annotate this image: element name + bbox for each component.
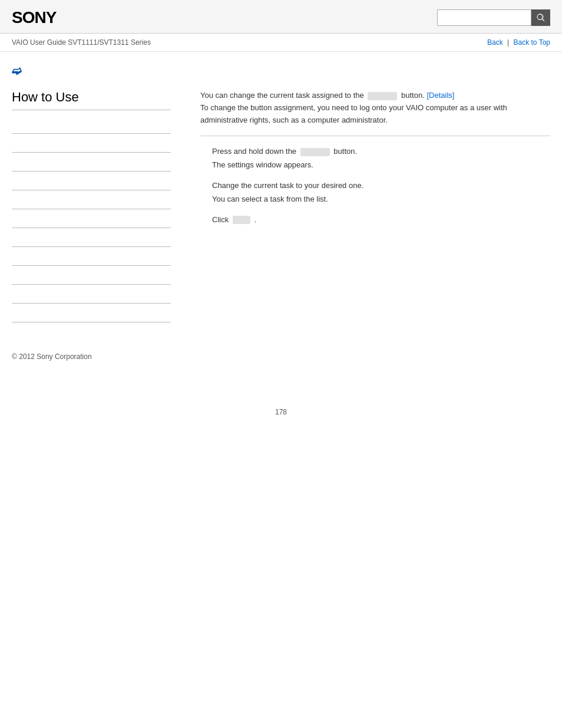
breadcrumb: VAIO User Guide SVT1111/SVT1311 Series xyxy=(12,38,151,47)
search-input[interactable] xyxy=(437,9,531,26)
main-content: How to Use You can change the current ta… xyxy=(0,84,562,334)
details-link[interactable]: [Details] xyxy=(427,91,454,100)
sidebar-nav-item[interactable] xyxy=(12,285,171,304)
intro-text-2: button. xyxy=(401,91,425,100)
search-area xyxy=(437,9,550,26)
sidebar-nav-item[interactable] xyxy=(12,304,171,322)
search-button[interactable] xyxy=(531,9,550,26)
content-intro: You can change the current task assigned… xyxy=(200,90,550,126)
step-1: Press and hold down the button. The sett… xyxy=(200,146,550,172)
search-icon xyxy=(536,13,546,22)
back-to-top-link[interactable]: Back to Top xyxy=(514,38,550,47)
step-2: Change the current task to your desired … xyxy=(200,180,550,206)
nav-bar: VAIO User Guide SVT1111/SVT1311 Series B… xyxy=(0,34,562,52)
sidebar-nav-item[interactable] xyxy=(12,247,171,266)
intro-text-3: To change the button assignment, you nee… xyxy=(200,103,507,124)
sidebar-nav-item[interactable] xyxy=(12,190,171,209)
step1-line2: The settings window appears. xyxy=(212,159,550,172)
sidebar-nav-item[interactable] xyxy=(12,209,171,228)
sidebar-nav-item[interactable] xyxy=(12,115,171,134)
sony-logo: SONY xyxy=(12,8,56,27)
nav-links: Back | Back to Top xyxy=(487,38,550,47)
step2-line1: Change the current task to your desired … xyxy=(212,180,550,192)
step-3: Click . xyxy=(200,214,550,226)
page-footer: © 2012 Sony Corporation xyxy=(0,334,562,373)
sidebar-nav-item[interactable] xyxy=(12,228,171,247)
step3-click: Click xyxy=(212,215,229,224)
sidebar-nav-item[interactable] xyxy=(12,172,171,190)
sidebar: How to Use xyxy=(12,90,183,322)
sidebar-nav-item[interactable] xyxy=(12,134,171,153)
sidebar-nav-item[interactable] xyxy=(12,266,171,285)
nav-separator: | xyxy=(507,38,509,47)
page-header: SONY xyxy=(0,0,562,34)
copyright-text: © 2012 Sony Corporation xyxy=(12,353,92,361)
step1-line1-suffix: button. xyxy=(333,147,357,156)
button-image-placeholder xyxy=(368,92,397,100)
step3-ok-placeholder xyxy=(233,216,250,224)
step3-period: . xyxy=(254,215,256,224)
page-number: 178 xyxy=(0,396,562,428)
step2-line2: You can select a task from the list. xyxy=(212,193,550,206)
steps-area: Press and hold down the button. The sett… xyxy=(200,136,550,226)
back-link[interactable]: Back xyxy=(487,38,503,47)
chevron-icon: ➫ xyxy=(12,64,22,77)
sidebar-title: How to Use xyxy=(12,90,171,110)
chevron-area: ➫ xyxy=(0,52,562,84)
content-area: You can change the current task assigned… xyxy=(183,90,550,322)
step1-line1: Press and hold down the xyxy=(212,147,296,156)
step1-button-placeholder xyxy=(300,148,330,156)
intro-text-1: You can change the current task assigned… xyxy=(200,91,364,100)
sidebar-nav-item[interactable] xyxy=(12,153,171,172)
